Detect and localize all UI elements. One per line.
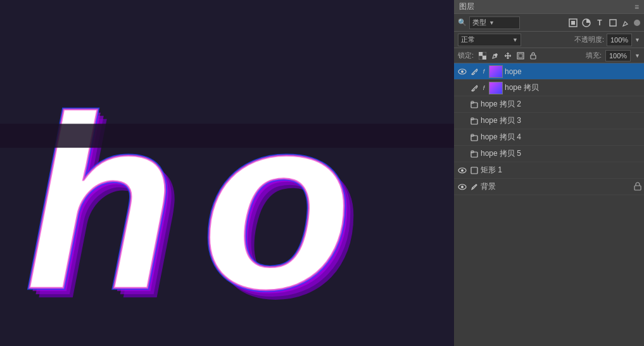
- opacity-value[interactable]: 100%: [607, 34, 632, 46]
- layer-type-icons: [470, 100, 479, 109]
- blend-dropdown-arrow: ▼: [512, 37, 518, 43]
- layer-name: hope: [505, 67, 641, 76]
- layer-type-icons: [470, 166, 479, 175]
- layer-lock-icon: [634, 182, 641, 192]
- opacity-dropdown-arrow[interactable]: ▼: [635, 37, 640, 43]
- layer-group-icon: [470, 100, 479, 109]
- svg-rect-22: [479, 52, 483, 56]
- svg-rect-17: [0, 124, 454, 148]
- layer-name: hope 拷贝: [505, 82, 641, 93]
- layer-type-icons: f: [470, 65, 503, 78]
- svg-rect-25: [479, 56, 483, 60]
- layer-name: hope 拷贝 2: [481, 99, 641, 110]
- filter-adjust-icon[interactable]: [581, 17, 592, 29]
- svg-point-30: [461, 70, 464, 73]
- layer-group-icon: [470, 117, 479, 125]
- layers-panel: 图层 ≡ 🔍 类型 ▼ T: [454, 0, 644, 346]
- layer-item[interactable]: 矩形 1: [454, 162, 644, 179]
- svg-point-42: [461, 169, 464, 172]
- lock-pen-icon[interactable]: [490, 51, 500, 61]
- lock-padlock-icon[interactable]: [528, 51, 538, 61]
- layer-link-icon: [470, 84, 479, 93]
- layer-visibility-toggle[interactable]: [457, 82, 468, 94]
- layer-type-icons: [470, 133, 479, 142]
- layer-type-icons: [470, 183, 479, 191]
- layer-item[interactable]: hope 拷贝 4: [454, 129, 644, 146]
- filter-pixel-icon[interactable]: [567, 17, 579, 29]
- layer-pen-icon: [470, 183, 479, 191]
- svg-text:o: o: [202, 65, 352, 340]
- filter-pen-icon[interactable]: [621, 17, 632, 29]
- layer-item[interactable]: hope 拷贝 3: [454, 113, 644, 129]
- layer-item[interactable]: f hope 拷贝: [454, 80, 644, 96]
- svg-rect-19: [571, 21, 575, 25]
- panel-header: 图层 ≡: [454, 0, 644, 14]
- svg-rect-21: [610, 20, 616, 26]
- filter-shape-icon[interactable]: [607, 17, 619, 29]
- filter-dropdown-arrow: ▼: [489, 20, 495, 26]
- blend-mode-select[interactable]: 正常 ▼: [458, 34, 521, 46]
- filter-row: 🔍 类型 ▼ T: [454, 14, 644, 32]
- layer-list[interactable]: f hope f hope 拷贝: [454, 63, 644, 346]
- layer-link-icon: [470, 67, 479, 76]
- layer-visibility-toggle[interactable]: [457, 99, 468, 110]
- lock-checkerboard-icon[interactable]: [477, 51, 488, 61]
- filter-type-select[interactable]: 类型 ▼: [469, 16, 520, 29]
- layer-shape-icon: [470, 166, 479, 175]
- layer-visibility-toggle[interactable]: [457, 181, 468, 193]
- layer-name: 背景: [481, 181, 632, 192]
- layer-visibility-toggle[interactable]: [457, 115, 468, 127]
- layer-type-icons: [470, 150, 479, 158]
- layer-item[interactable]: 背景: [454, 179, 644, 195]
- svg-rect-24: [483, 52, 486, 56]
- lock-icons: [477, 51, 538, 61]
- svg-text:h: h: [25, 65, 175, 340]
- svg-line-32: [473, 87, 476, 89]
- layer-visibility-toggle[interactable]: [457, 165, 468, 176]
- layer-visibility-toggle[interactable]: [457, 132, 468, 143]
- filter-text-icon[interactable]: T: [594, 17, 605, 29]
- filter-icons: T: [567, 17, 640, 29]
- lock-artboard-icon[interactable]: [515, 51, 526, 61]
- layer-name: hope 拷贝 3: [481, 115, 641, 126]
- svg-rect-46: [635, 186, 641, 190]
- layer-thumbnail: [489, 82, 503, 94]
- fill-label: 填充:: [586, 51, 602, 60]
- canvas-svg: h h h h h h h h o o o o o o o o: [0, 0, 454, 346]
- blend-mode-row: 正常 ▼ 不透明度: 100% ▼: [454, 32, 644, 48]
- canvas-content: h h h h h h h h o o o o o o o o: [0, 0, 454, 346]
- layer-group-icon: [470, 133, 479, 142]
- layer-name: hope 拷贝 4: [481, 132, 641, 143]
- lock-label: 锁定:: [458, 51, 474, 60]
- svg-rect-23: [483, 56, 486, 60]
- fill-dropdown-arrow[interactable]: ▼: [635, 53, 640, 59]
- svg-point-45: [461, 186, 464, 188]
- layer-thumbnail: [489, 65, 503, 78]
- panel-menu-icon[interactable]: ≡: [635, 3, 639, 11]
- layer-group-icon: [470, 150, 479, 158]
- layer-name: hope 拷贝 5: [481, 148, 641, 159]
- fill-value[interactable]: 100%: [605, 50, 631, 61]
- layer-type-icons: f: [470, 82, 503, 94]
- layer-visibility-toggle[interactable]: [457, 66, 468, 77]
- svg-line-31: [473, 70, 476, 73]
- layer-item[interactable]: hope 拷贝 2: [454, 96, 644, 113]
- search-icon: 🔍: [458, 18, 467, 27]
- svg-rect-43: [471, 167, 477, 174]
- lock-move-icon[interactable]: [503, 51, 513, 61]
- layer-fx-icon: f: [479, 84, 488, 93]
- canvas-area: h h h h h h h h o o o o o o o o: [0, 0, 454, 346]
- opacity-label: 不透明度:: [574, 35, 604, 44]
- layer-visibility-toggle[interactable]: [457, 148, 468, 160]
- layer-type-icons: [470, 117, 479, 125]
- layer-fx-icon: f: [479, 67, 488, 76]
- svg-rect-26: [517, 53, 524, 59]
- layer-item[interactable]: f hope: [454, 63, 644, 80]
- panel-header-icons: ≡: [635, 3, 639, 11]
- filter-fx-icon[interactable]: [634, 20, 640, 26]
- svg-rect-27: [519, 54, 522, 58]
- layer-item[interactable]: hope 拷贝 5: [454, 146, 644, 162]
- svg-rect-28: [531, 55, 536, 59]
- panel-title: 图层: [459, 1, 474, 12]
- layer-name: 矩形 1: [481, 165, 641, 176]
